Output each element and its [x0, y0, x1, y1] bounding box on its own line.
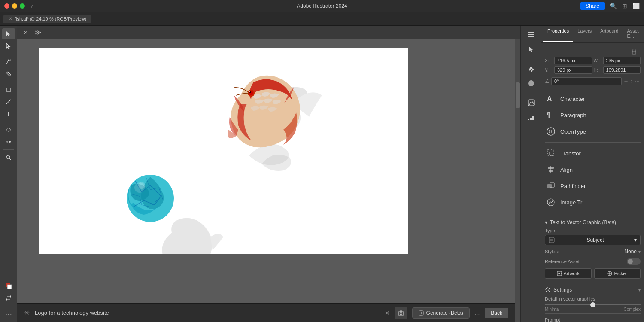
- transform-item[interactable]: Transfor...: [545, 145, 641, 161]
- angle-row: ∠ 0° ↔ ↕ ···: [545, 77, 641, 85]
- x-field: X: 416.5 px: [545, 57, 592, 64]
- file-tab[interactable]: ✕ fish.ai* @ 24.19 % (RGB/Preview): [3, 15, 91, 23]
- detail-slider[interactable]: [545, 304, 641, 305]
- picker-button[interactable]: Picker: [594, 268, 641, 279]
- styles-label: Styles:: [545, 249, 559, 254]
- x-input[interactable]: 416.5 px: [554, 57, 592, 64]
- toggle-thumb: [628, 259, 633, 264]
- styles-dropdown[interactable]: None ▾: [624, 249, 641, 255]
- prompt-clear-icon[interactable]: ✕: [385, 310, 390, 316]
- zoom-tool[interactable]: [2, 152, 15, 163]
- drawing-canvas[interactable]: [17, 39, 520, 322]
- rectangle-tool[interactable]: [2, 84, 15, 95]
- transform-icon: [545, 147, 557, 159]
- align-label: Align: [560, 167, 573, 173]
- title-bar: ⌂ Adobe Illustrator 2024 Share 🔍 ⊞ ⬜: [0, 0, 644, 12]
- transform-lock-icon[interactable]: [631, 49, 637, 56]
- select-tool[interactable]: [2, 28, 15, 39]
- more-options-button[interactable]: ...: [475, 310, 480, 316]
- divider-2: [545, 142, 641, 143]
- character-panel-item[interactable]: A Character: [545, 91, 641, 107]
- more-options-icon[interactable]: ···: [635, 78, 641, 85]
- line-tool[interactable]: [2, 96, 15, 107]
- y-input[interactable]: 329 px: [554, 66, 592, 74]
- circle-tool-icon[interactable]: [524, 77, 538, 90]
- svg-marker-14: [10, 295, 11, 297]
- pathfinder-item[interactable]: Pathfinder: [545, 178, 641, 194]
- flip-v-icon[interactable]: ↕: [630, 78, 633, 84]
- svg-point-9: [9, 141, 11, 143]
- tab-properties[interactable]: Properties: [543, 26, 573, 42]
- image-trace-icon[interactable]: [524, 96, 538, 109]
- panel-tabs: Properties Layers Artboard Asset E...: [541, 26, 644, 43]
- mid-separator-2: [525, 93, 537, 93]
- select-icon[interactable]: [524, 43, 538, 56]
- type-dropdown[interactable]: Subject ▾: [545, 235, 641, 245]
- generate-button[interactable]: Generate (Beta): [412, 307, 470, 319]
- settings-header[interactable]: Settings ▾: [545, 287, 641, 293]
- artwork-button[interactable]: Artwork: [545, 268, 592, 279]
- align-item[interactable]: Align: [545, 161, 641, 178]
- mid-toolbar: [520, 26, 541, 322]
- image-trace-item[interactable]: Image Tr...: [545, 194, 641, 210]
- image-trace-label: Image Tr...: [560, 199, 586, 206]
- settings-chevron-icon: ▾: [638, 288, 641, 292]
- svg-point-36: [529, 69, 531, 71]
- minimize-button[interactable]: [12, 3, 17, 9]
- w-input[interactable]: 235 px: [603, 57, 641, 64]
- slider-min-label: Minimal: [545, 307, 559, 312]
- type-tool[interactable]: T: [2, 108, 15, 119]
- search-icon[interactable]: 🔍: [610, 3, 617, 9]
- blend-tool[interactable]: [2, 136, 15, 147]
- flip-icons: ↔ ↕: [623, 78, 633, 84]
- ttv-header[interactable]: ▾ Text to Vector Graphic (Beta): [545, 216, 641, 228]
- artwork-picker-row: Artwork Picker: [545, 268, 641, 279]
- vertical-scrollbar[interactable]: [515, 39, 520, 322]
- h-input[interactable]: 169.2891: [603, 66, 641, 74]
- share-button[interactable]: Share: [580, 2, 605, 10]
- camera-icon[interactable]: [395, 307, 407, 319]
- angle-input[interactable]: 0°: [551, 77, 622, 85]
- tab-asset-export[interactable]: Asset E...: [623, 26, 643, 42]
- svg-text:T: T: [7, 111, 10, 117]
- club-icon[interactable]: [524, 62, 538, 75]
- panel-content: X: 416.5 px W: 235 px Y: 329 px H: 169.2…: [541, 43, 644, 322]
- picker-label: Picker: [614, 271, 627, 276]
- back-button[interactable]: Back: [485, 308, 508, 318]
- left-toolbar: T ⋯: [0, 26, 17, 322]
- tab-label: fish.ai* @ 24.19 % (RGB/Preview): [15, 16, 86, 21]
- pencil-tool[interactable]: [2, 68, 15, 79]
- opentype-panel-item[interactable]: O OpenType: [545, 123, 641, 140]
- pen-tool[interactable]: [2, 56, 15, 67]
- prompt-section-label: Prompt: [545, 317, 641, 322]
- grid-icon[interactable]: ⊞: [622, 3, 627, 9]
- paragraph-label: Paragraph: [560, 112, 586, 118]
- svg-rect-38: [531, 70, 532, 72]
- flip-h-icon[interactable]: ↔: [623, 78, 629, 84]
- svg-point-37: [532, 69, 534, 71]
- toolbar-separator: [3, 54, 14, 54]
- graph-icon[interactable]: [524, 111, 538, 124]
- scrollbar-thumb[interactable]: [516, 82, 520, 108]
- fill-color[interactable]: [2, 280, 15, 292]
- y-field: Y: 329 px: [545, 66, 592, 74]
- more-tools[interactable]: ⋯: [2, 308, 15, 319]
- settings-section: Settings ▾ Detail in vector graphics Min…: [545, 283, 641, 312]
- maximize-button[interactable]: [20, 3, 25, 9]
- tab-close-icon[interactable]: ✕: [9, 16, 12, 21]
- close-button[interactable]: [4, 3, 9, 9]
- ref-asset-toggle[interactable]: [627, 258, 641, 265]
- direct-select-tool[interactable]: [2, 40, 15, 52]
- tab-artboard[interactable]: Artboard: [596, 26, 623, 42]
- image-trace-icon2: [545, 196, 557, 208]
- properties-icon[interactable]: [524, 28, 538, 41]
- ttv-label: Text to Vector Graphic (Beta): [550, 219, 616, 225]
- swap-colors[interactable]: [2, 292, 15, 304]
- window-icon[interactable]: ⬜: [632, 3, 640, 9]
- rotate-tool[interactable]: [2, 124, 15, 135]
- home-icon[interactable]: ⌂: [31, 3, 38, 9]
- tab-layers[interactable]: Layers: [573, 26, 596, 42]
- expand-icon[interactable]: ≫: [33, 27, 43, 38]
- paragraph-panel-item[interactable]: ¶ Paragraph: [545, 107, 641, 123]
- close-panel-icon[interactable]: ✕: [21, 27, 31, 38]
